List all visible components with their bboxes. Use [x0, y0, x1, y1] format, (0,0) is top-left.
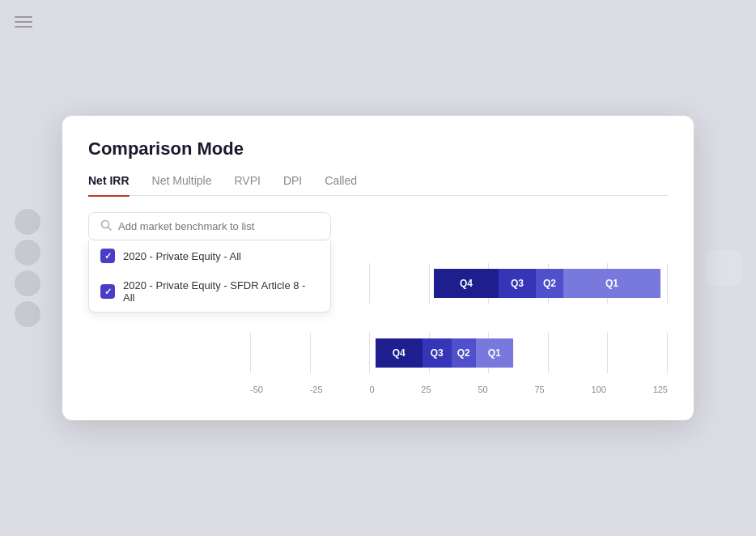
- svg-line-1: [108, 228, 112, 231]
- row1-q1: Q1: [563, 269, 660, 298]
- x-label-75: 75: [534, 385, 544, 394]
- check-icon-2: ✓: [104, 287, 112, 297]
- checkbox-1[interactable]: ✓: [100, 249, 115, 263]
- row2-q4: Q4: [376, 338, 423, 368]
- modal-title: Comparison Mode: [88, 138, 668, 160]
- row1-q2: Q2: [536, 269, 563, 298]
- search-icon: [100, 219, 112, 233]
- dropdown-label-2: 2020 - Private Equity - SFDR Article 8 -…: [123, 279, 319, 304]
- tab-dpi[interactable]: DPI: [283, 174, 302, 197]
- tab-called[interactable]: Called: [325, 174, 357, 197]
- row1-q4: Q4: [434, 269, 499, 298]
- search-box[interactable]: [88, 212, 331, 240]
- x-label-50: 50: [478, 385, 487, 394]
- dropdown-label-1: 2020 - Private Equity - All: [123, 250, 241, 262]
- comparison-modal: Comparison Mode Net IRR Net Multiple RVP…: [62, 116, 694, 421]
- search-input[interactable]: [118, 220, 319, 232]
- tab-net-irr[interactable]: Net IRR: [88, 174, 130, 197]
- tab-net-multiple[interactable]: Net Multiple: [152, 174, 212, 197]
- tab-bar: Net IRR Net Multiple RVPI DPI Called: [88, 174, 668, 197]
- x-label-neg25: -25: [310, 385, 323, 394]
- checkbox-2[interactable]: ✓: [100, 284, 115, 299]
- x-label-0: 0: [369, 385, 374, 394]
- x-label-125: 125: [653, 385, 668, 394]
- dropdown-item-2[interactable]: ✓ 2020 - Private Equity - SFDR Article 8…: [89, 271, 330, 312]
- check-icon-1: ✓: [104, 251, 112, 262]
- row2-q3: Q3: [423, 338, 452, 368]
- row1-q3: Q3: [499, 269, 536, 298]
- row2-q2: Q2: [452, 338, 476, 368]
- search-container: ✓ 2020 - Private Equity - All ✓ 2020 - P…: [88, 212, 331, 240]
- dropdown-item-1[interactable]: ✓ 2020 - Private Equity - All: [89, 240, 330, 271]
- x-label-25: 25: [421, 385, 431, 394]
- x-label-neg50: -50: [250, 385, 263, 394]
- row2-q1: Q1: [476, 338, 513, 368]
- x-label-100: 100: [591, 385, 605, 394]
- tab-rvpi[interactable]: RVPI: [234, 174, 260, 197]
- benchmark-dropdown: ✓ 2020 - Private Equity - All ✓ 2020 - P…: [88, 240, 331, 313]
